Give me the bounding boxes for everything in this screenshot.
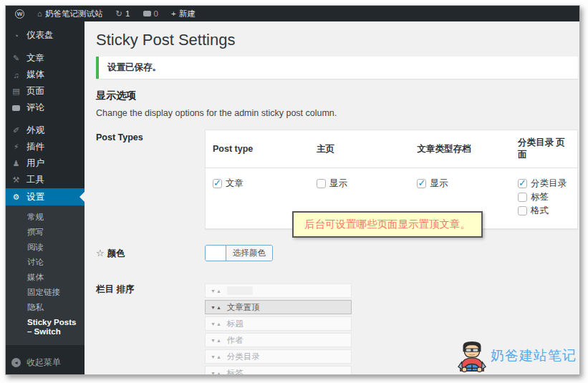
sidebar-item-media[interactable]: ♫ 媒体 <box>6 67 85 83</box>
sidebar-item-label: 文章 <box>26 52 44 64</box>
sortable-item-categories[interactable]: ▼▲ 分类目录 <box>205 349 352 364</box>
sortable-item-checkbox-column[interactable]: ▼▲ <box>205 283 352 298</box>
sortable-item-label: 标签 <box>227 368 244 375</box>
collapse-arrow-icon: ◂ <box>11 358 21 367</box>
notice-text: 设置已保存。 <box>107 62 161 72</box>
wp-logo-menu[interactable]: W <box>10 6 29 21</box>
sidebar-item-comments[interactable]: 评论 <box>6 100 85 116</box>
updates-link[interactable]: ↻ 1 <box>110 6 135 21</box>
media-icon: ♫ <box>11 71 21 79</box>
archive-checkbox[interactable] <box>417 179 426 188</box>
site-name: 奶爸笔记测试站 <box>45 9 103 19</box>
wordpress-logo-icon: W <box>15 9 24 19</box>
column-header-archive: 文章类型存档 <box>410 130 510 168</box>
sortable-item-tags[interactable]: ▼▲ 标签 <box>205 366 352 374</box>
front-page-checkbox-row[interactable]: 显示 <box>317 178 403 190</box>
column-header-taxonomy-pages: 分类目录 页面 <box>511 130 578 168</box>
plugin-icon: ⚡ <box>11 142 21 152</box>
menu-separator <box>6 44 85 50</box>
sortable-item-label: 标题 <box>227 319 244 329</box>
mascot-logo-icon <box>456 339 488 373</box>
column-header-post-type: Post type <box>206 130 310 168</box>
format-checkbox-row[interactable]: 格式 <box>518 205 570 217</box>
category-checkbox-row[interactable]: 分类目录 <box>518 178 570 190</box>
sortable-item-label: 分类目录 <box>227 352 260 362</box>
admin-bar: W ⌂ 奶爸笔记测试站 ↻ 1 0 + 新建 <box>6 6 579 21</box>
watermark-text: 奶爸建站笔记 <box>491 346 577 365</box>
submenu-item-media[interactable]: 媒体 <box>6 270 85 285</box>
dashboard-icon: ◔ <box>11 31 21 40</box>
submenu-item-permalinks[interactable]: 固定链接 <box>6 285 85 300</box>
color-swatch <box>206 246 226 261</box>
sortable-item-label: 文章置顶 <box>227 302 260 313</box>
sidebar-item-appearance[interactable]: ✐ 外观 <box>6 122 85 139</box>
sidebar-item-label: 插件 <box>26 141 44 153</box>
site-name-link[interactable]: ⌂ 奶爸笔记测试站 <box>32 6 107 21</box>
select-color-button-label: 选择颜色 <box>226 246 272 261</box>
page-title: Sticky Post Settings <box>96 31 579 49</box>
updates-icon: ↻ <box>115 9 122 19</box>
tag-checkbox[interactable] <box>518 193 527 202</box>
site-watermark: 奶爸建站笔记 <box>456 339 577 373</box>
sidebar-item-posts[interactable]: ✎ 文章 <box>6 50 85 67</box>
color-label-group: ☆颜色 <box>96 245 205 263</box>
tools-icon: ⚒ <box>11 175 21 185</box>
user-icon: ♟ <box>11 159 21 168</box>
sortable-item-title[interactable]: ▼▲ 标题 <box>205 316 352 331</box>
section-heading: 显示选项 <box>96 89 579 102</box>
submenu-item-discussion[interactable]: 讨论 <box>6 255 85 270</box>
content-area: Sticky Post Settings 设置已保存。 显示选项 Change … <box>85 21 579 374</box>
archive-checkbox-row[interactable]: 显示 <box>417 178 503 190</box>
sortable-item-author[interactable]: ▼▲ 作者 <box>205 333 352 347</box>
sortable-item-label: 作者 <box>227 335 244 346</box>
sidebar-item-dashboard[interactable]: ◔ 仪表盘 <box>6 27 85 44</box>
sidebar-item-tools[interactable]: ⚒ 工具 <box>6 172 85 188</box>
sortable-item-placeholder <box>227 286 253 295</box>
star-icon: ☆ <box>96 248 105 258</box>
comments-icon <box>143 11 151 16</box>
pin-icon: ✎ <box>11 54 21 63</box>
sidebar-item-plugins[interactable]: ⚡ 插件 <box>6 139 85 155</box>
sidebar-item-pages[interactable]: ▤ 页面 <box>6 83 85 100</box>
settings-saved-notice: 设置已保存。 <box>96 57 578 79</box>
submenu-item-privacy[interactable]: 隐私 <box>6 300 85 315</box>
post-type-checkbox-row[interactable]: 文章 <box>213 178 302 190</box>
comments-icon <box>11 104 21 112</box>
sort-arrows-icon: ▼▲ <box>211 289 222 294</box>
sort-arrows-icon: ▼▲ <box>211 371 222 375</box>
sidebar-item-label: 评论 <box>26 102 44 114</box>
tag-checkbox-row[interactable]: 标签 <box>518 191 570 203</box>
sidebar-item-settings[interactable]: ⚙ 设置 <box>6 188 85 205</box>
color-label: 颜色 <box>107 248 125 258</box>
submenu-item-reading[interactable]: 阅读 <box>6 240 85 255</box>
column-header-front-page: 主页 <box>309 130 410 168</box>
submenu-item-writing[interactable]: 撰写 <box>6 225 85 240</box>
brush-icon: ✐ <box>11 126 21 135</box>
sidebar-item-users[interactable]: ♟ 用户 <box>6 155 85 172</box>
select-color-button[interactable]: 选择颜色 <box>205 245 273 261</box>
update-count: 1 <box>125 9 130 18</box>
sortable-item-sticky[interactable]: ▼▲ 文章置顶 <box>205 300 352 314</box>
sort-arrows-icon: ▼▲ <box>211 321 222 326</box>
comments-link[interactable]: 0 <box>138 6 163 21</box>
submenu-item-sticky-posts-switch[interactable]: Sticky Posts – Switch <box>6 315 85 339</box>
pages-icon: ▤ <box>11 87 21 96</box>
home-icon: ⌂ <box>37 9 42 18</box>
category-checkbox[interactable] <box>518 179 527 188</box>
submenu-item-general[interactable]: 常规 <box>6 210 85 225</box>
color-row: ☆颜色 选择颜色 <box>96 245 578 263</box>
sort-arrows-icon: ▼▲ <box>211 305 222 310</box>
sortable-column-list: ▼▲ ▼▲ 文章置顶 ▼▲ 标题 ▼▲ 作者 <box>205 283 352 374</box>
new-content-menu[interactable]: + 新建 <box>166 6 201 21</box>
sidebar-item-label: 仪表盘 <box>26 29 54 42</box>
front-page-checkbox[interactable] <box>317 179 326 188</box>
collapse-menu-button[interactable]: ◂ 收起菜单 <box>6 357 85 369</box>
checkbox-label: 显示 <box>329 178 347 190</box>
section-description: Change the display options for the admin… <box>96 108 579 118</box>
checkbox-label: 显示 <box>430 178 448 190</box>
sidebar-item-label: 设置 <box>26 191 44 203</box>
post-type-checkbox[interactable] <box>213 179 222 188</box>
settings-submenu: 常规 撰写 阅读 讨论 媒体 固定链接 隐私 Sticky Posts – Sw… <box>6 205 85 345</box>
sidebar-item-label: 用户 <box>26 157 44 170</box>
format-checkbox[interactable] <box>518 206 527 215</box>
